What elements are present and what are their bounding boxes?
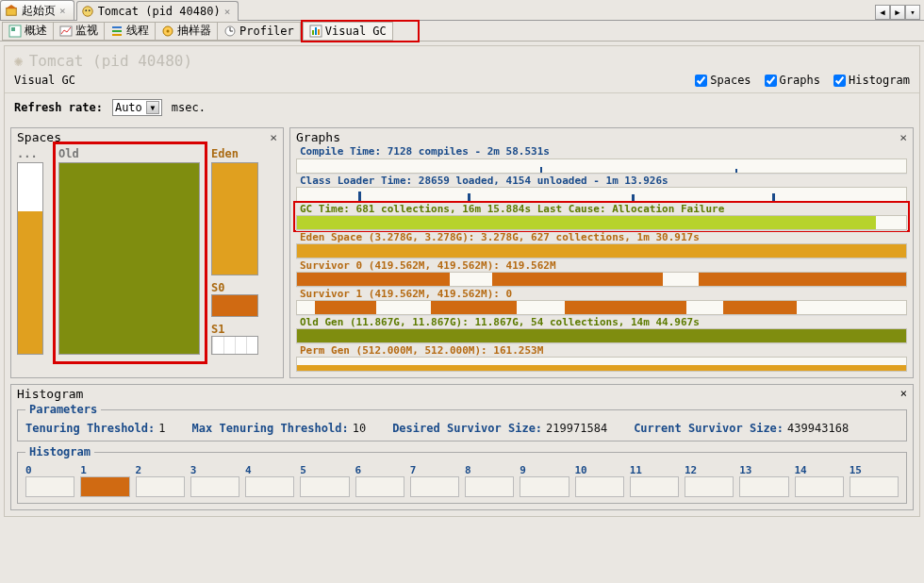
tool-tab-visualgc[interactable]: Visual GC [303, 22, 393, 41]
bin-fill [81, 477, 128, 496]
graph-row-s1: Survivor 1 (419.562M, 419.562M): 0 [296, 287, 907, 315]
refresh-unit: msec. [172, 101, 206, 114]
bar-fill [297, 244, 906, 258]
graph-label: GC Time: 681 collections, 16m 15.884s La… [300, 203, 903, 216]
refresh-value: Auto [115, 101, 142, 114]
file-tab-tomcat[interactable]: Tomcat (pid 40480) × [76, 1, 239, 21]
bin-7: 7 [410, 464, 459, 497]
close-icon[interactable]: × [899, 130, 907, 144]
panel-title: Graphs [290, 128, 913, 146]
bar-fill [431, 301, 516, 314]
bin-label: 14 [795, 464, 844, 476]
subheader-row: Visual GC Spaces Graphs Histogram [5, 72, 919, 92]
bins-row: 0 1 2 3 4 5 6 7 8 9 10 11 12 13 14 15 [25, 464, 899, 497]
close-icon[interactable]: × [900, 387, 907, 400]
param-value: 10 [353, 422, 366, 435]
bin-label: 0 [25, 464, 74, 476]
tool-tab-overview[interactable]: 概述 [2, 22, 54, 41]
param-label: Current Survivor Size: [634, 422, 784, 435]
nav-menu-button[interactable]: ▾ [905, 5, 920, 20]
bin-6: 6 [355, 464, 404, 497]
svg-marker-1 [6, 5, 17, 8]
bin-label: 10 [575, 464, 624, 476]
chevron-right-icon: ▶ [895, 8, 899, 17]
nav-left-button[interactable]: ◀ [875, 5, 890, 20]
checkbox-input[interactable] [833, 75, 846, 87]
spaces-bar-old [58, 162, 200, 355]
spaces-col-label: Old [58, 147, 79, 160]
clock-icon [223, 25, 237, 38]
checkbox-input[interactable] [695, 75, 707, 87]
sampler-icon [161, 25, 174, 38]
graph-label: Class Loader Time: 28659 loaded, 4154 un… [300, 175, 903, 188]
spaces-col-label: S1 [211, 323, 224, 336]
file-tab-label: 起始页 [22, 3, 56, 19]
gear-icon: ✺ [14, 52, 24, 70]
file-tabs-row: 起始页 × Tomcat (pid 40480) × ◀ ▶ ▾ [0, 0, 924, 21]
graph-label: Eden Space (3.278G, 3.278G): 3.278G, 627… [300, 231, 903, 244]
tool-tab-monitor[interactable]: 监视 [54, 22, 105, 41]
bin-label: 9 [520, 464, 569, 476]
chevron-down-icon: ▾ [910, 8, 915, 17]
spike [468, 193, 470, 201]
bar-fill [565, 301, 686, 314]
spike [735, 169, 737, 173]
svg-rect-18 [315, 27, 317, 35]
close-icon[interactable]: × [59, 5, 66, 17]
spaces-col-label: ... [17, 147, 38, 160]
fieldset-legend: Parameters [25, 403, 101, 416]
bin-label: 13 [739, 464, 788, 476]
spaces-bar-eden [211, 162, 258, 275]
spaces-bar-s1 [211, 336, 258, 355]
param-value: 1 [158, 422, 165, 435]
nav-right-button[interactable]: ▶ [890, 5, 905, 20]
checkbox-histogram[interactable]: Histogram [833, 74, 910, 87]
svg-point-2 [82, 7, 92, 17]
bin-label: 7 [410, 464, 459, 476]
bin-2: 2 [136, 464, 185, 497]
tool-tab-label: Visual GC [325, 25, 387, 38]
graph-label: Compile Time: 7128 compiles - 2m 58.531s [300, 145, 903, 158]
bin-label: 11 [630, 464, 679, 476]
graph-label: Perm Gen (512.000M, 512.000M): 161.253M [300, 344, 903, 358]
bin-label: 2 [136, 464, 185, 476]
checkbox-input[interactable] [765, 75, 777, 87]
graph-row-gctime: GC Time: 681 collections, 16m 15.884s La… [296, 202, 907, 230]
close-icon[interactable]: × [224, 6, 231, 18]
bin-9: 9 [520, 464, 569, 497]
graph-row-classloader: Class Loader Time: 28659 loaded, 4154 un… [296, 174, 907, 202]
refresh-row: Refresh rate: Auto ▼ msec. [5, 93, 919, 122]
param-label: Max Tenuring Threshold: [192, 422, 349, 435]
bin-3: 3 [190, 464, 239, 497]
close-icon[interactable]: × [270, 130, 277, 144]
bin-label: 3 [190, 464, 239, 476]
bar-fill [315, 301, 376, 314]
param-value: 439943168 [787, 422, 849, 435]
bin-label: 12 [685, 464, 734, 476]
param-value: 219971584 [546, 422, 607, 435]
refresh-select[interactable]: Auto ▼ [112, 99, 162, 116]
file-tab-start[interactable]: 起始页 × [0, 0, 74, 20]
tool-tab-label: 线程 [126, 23, 149, 39]
checkbox-graphs[interactable]: Graphs [765, 74, 820, 87]
svg-rect-19 [318, 29, 320, 35]
bin-0: 0 [25, 464, 74, 497]
checkbox-spaces[interactable]: Spaces [695, 74, 751, 87]
bin-label: 15 [850, 464, 899, 476]
bin-4: 4 [245, 464, 294, 497]
bar-fill [212, 163, 257, 275]
panel-title: Spaces [11, 128, 283, 146]
chevron-down-icon: ▼ [146, 101, 159, 114]
param-label: Desired Survivor Size: [392, 422, 542, 435]
tool-tab-profiler[interactable]: Profiler [218, 22, 301, 41]
tool-tab-sampler[interactable]: 抽样器 [156, 22, 218, 41]
tool-tab-threads[interactable]: 线程 [105, 22, 156, 41]
visualgc-icon [309, 25, 322, 38]
bin-1: 1 [80, 464, 129, 497]
threads-icon [110, 25, 124, 38]
bin-label: 6 [355, 464, 404, 476]
svg-point-4 [89, 9, 91, 11]
tool-tab-label: 抽样器 [177, 23, 211, 39]
checkbox-label: Histogram [849, 74, 910, 87]
bin-5: 5 [300, 464, 349, 497]
